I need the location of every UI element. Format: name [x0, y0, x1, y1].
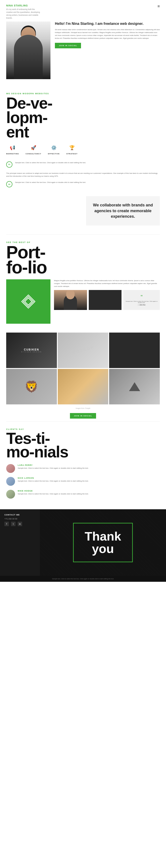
- footer: Sample text. Click to select the text bo…: [0, 576, 166, 582]
- hero-content: Hello! I'm Nina Starling. I am freelance…: [55, 22, 160, 48]
- triangle-shape: [129, 382, 140, 391]
- effective-label: EFFECTIVE: [48, 153, 60, 155]
- numbered-text-2: Sample text. Click to select the text bo…: [15, 181, 86, 184]
- testimonials-big-title: Tes-ti- mo-nials: [6, 432, 160, 459]
- cubiken-name: CUBIKEN: [21, 348, 42, 351]
- description-block: The principal reason we continue to adap…: [6, 172, 160, 178]
- portfolio-cta-button[interactable]: JOIN IN SOCIAL: [70, 413, 96, 418]
- portfolio-btn-row: JOIN IN SOCIAL: [0, 410, 166, 421]
- consultancy-icon: 🚀: [29, 144, 37, 152]
- contact-label: CONTACT ME: [4, 514, 35, 516]
- hamburger-icon[interactable]: ≡: [157, 4, 160, 9]
- gallery-item-3: [109, 333, 160, 368]
- diamond-logo: [21, 294, 36, 309]
- linkedin-icon[interactable]: in: [18, 522, 22, 526]
- services-icons-row: 📢 MARKETING 🚀 CONSULTANCY ⚙️ EFFECTIVE 🏆…: [6, 144, 160, 155]
- callout-section: We collaborate with brands and agencies …: [0, 194, 166, 234]
- testimonial-text-1: Sample text. Click to select the text bo…: [18, 467, 89, 470]
- service-effective: ⚙️ EFFECTIVE: [48, 144, 60, 155]
- portfolio-green-box: [6, 279, 51, 324]
- testimonial-name-3: MIKE HODGE: [18, 490, 89, 492]
- testimonial-2: NICK LARSON Sample text. Click to select…: [6, 477, 160, 486]
- thankyou-panel: Thank you: [40, 509, 166, 576]
- gallery-item-2: MOCKUP: [58, 333, 108, 368]
- consultancy-label: CONSULTANCY: [26, 153, 41, 155]
- gallery-item-4: 🦁: [6, 369, 57, 404]
- footer-text: Sample text. Click to select the text bo…: [6, 578, 160, 580]
- strategy-icon: 🏆: [68, 144, 76, 152]
- header-brand: NINA STARLING It's my work of embracing …: [6, 4, 42, 19]
- header: NINA STARLING It's my work of embracing …: [0, 0, 166, 22]
- portfolio-section: SEE THE BEST OF Port- fo-lio Magna fring…: [0, 235, 166, 333]
- lion-icon: 🦁: [25, 380, 38, 393]
- testimonial-content-2: NICK LARSON Sample text. Click to select…: [18, 477, 89, 483]
- testimonial-text-3: Sample text. Click to select the text bo…: [18, 493, 89, 495]
- hero-image-column: [6, 22, 51, 79]
- portfolio-dark-image: [89, 290, 122, 310]
- marketing-icon: 📢: [9, 144, 16, 152]
- portfolio-person-image: [54, 290, 87, 310]
- gallery-item-5: [58, 369, 108, 404]
- contact-panel: CONTACT ME +71 232 33 33 f t in: [0, 509, 40, 576]
- effective-icon: ⚙️: [50, 144, 58, 152]
- service-consultancy: 🚀 CONSULTANCY: [26, 144, 41, 155]
- quote-mark-icon: ": [140, 294, 142, 300]
- testimonial-content-1: LARA PERRY Sample text. Click to select …: [18, 464, 89, 470]
- testimonial-name-2: NICK LARSON: [18, 477, 89, 479]
- gallery-item-1: CUBIKEN KITCHEN DESIGN: [6, 333, 57, 368]
- callout-text: We collaborate with brands and agencies …: [91, 203, 155, 219]
- thankyou-box: Thank you: [73, 523, 133, 562]
- service-strategy: 🏆 STRATEGY: [66, 144, 78, 155]
- services-big-title: De-ve- lopm- ent: [6, 96, 160, 139]
- thankyou-section: CONTACT ME +71 232 33 33 f t in Thank yo…: [0, 509, 166, 576]
- portfolio-right-col: Magna fringilla urna porttitor rhoncus. …: [54, 279, 160, 324]
- testimonial-avatar-1: [6, 464, 15, 473]
- thankyou-text: Thank you: [85, 530, 121, 555]
- twitter-icon[interactable]: t: [11, 522, 15, 526]
- cubiken-sub: KITCHEN DESIGN: [21, 351, 42, 352]
- testimonial-avatar-3: [6, 490, 15, 499]
- testimonial-text-2: Sample text. Click to select the text bo…: [18, 480, 89, 483]
- numbered-section: 01 Sample text. Click to select the text…: [0, 159, 166, 194]
- portfolio-images-row: " Sample text. Click to select the text …: [54, 290, 160, 310]
- portfolio-content-row: Magna fringilla urna porttitor rhoncus. …: [6, 279, 160, 324]
- testimonial-1: LARA PERRY Sample text. Click to select …: [6, 464, 160, 473]
- person-body: [14, 35, 43, 79]
- hero-cta-button[interactable]: JOIN IN SOCIAL: [55, 43, 81, 48]
- callout-box: We collaborate with brands and agencies …: [86, 196, 160, 225]
- quote-author: — John Doe: [138, 304, 145, 306]
- contact-info: CONTACT ME +71 232 33 33 f t in: [4, 514, 35, 526]
- strategy-label: STRATEGY: [66, 153, 78, 155]
- portfolio-quote-image: " Sample text. Click to select the text …: [123, 290, 160, 310]
- testimonial-avatar-2: [6, 477, 15, 486]
- numbered-item-2: 02 Sample text. Click to select the text…: [6, 181, 160, 187]
- service-marketing: 📢 MARKETING: [6, 144, 19, 155]
- social-icons-row: f t in: [4, 522, 35, 526]
- gallery-grid: CUBIKEN KITCHEN DESIGN MOCKUP 🦁: [0, 333, 166, 404]
- number-02: 02: [6, 181, 12, 187]
- testimonial-content-3: MIKE HODGE Sample text. Click to select …: [18, 490, 89, 495]
- number-01: 01: [6, 161, 12, 167]
- portfolio-big-title: Port- fo-lio: [6, 245, 160, 275]
- services-section: WE DESIGN MODERN WEBSITES De-ve- lopm- e…: [0, 86, 166, 159]
- contact-phone: +71 232 33 33: [4, 518, 35, 520]
- marketing-label: MARKETING: [6, 153, 19, 155]
- hero-photo: [6, 22, 51, 79]
- facebook-icon[interactable]: f: [4, 522, 9, 526]
- testimonials-section: CLIENTS SAY Tes-ti- mo-nials LARA PERRY …: [0, 422, 166, 507]
- testimonial-3: MIKE HODGE Sample text. Click to select …: [6, 490, 160, 499]
- gallery-item-6: [109, 369, 160, 404]
- hero-body-text: Sit amet massa vitae tortor condimentum …: [55, 28, 160, 40]
- testimonial-name-1: LARA PERRY: [18, 464, 89, 466]
- images-from-text: Images from: Freepik: [0, 406, 166, 410]
- numbered-item-1: 01 Sample text. Click to select the text…: [6, 161, 160, 167]
- quote-text: Sample text. Click to select the text bo…: [125, 301, 158, 303]
- portfolio-body-text: Magna fringilla urna porttitor rhoncus. …: [54, 279, 160, 288]
- hero-section: Hello! I'm Nina Starling. I am freelance…: [0, 22, 166, 86]
- numbered-text-1: Sample text. Click to select the text bo…: [15, 161, 86, 164]
- brand-name: NINA STARLING: [6, 4, 42, 7]
- mockup-text: MOCKUP: [71, 345, 95, 355]
- hero-title: Hello! I'm Nina Starling. I am freelance…: [55, 22, 160, 26]
- brand-description: It's my work of embracing both the creat…: [6, 8, 42, 19]
